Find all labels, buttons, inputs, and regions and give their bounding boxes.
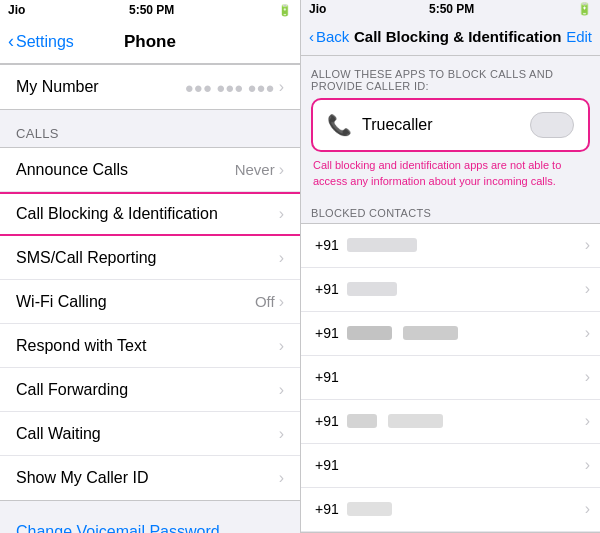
truecaller-left: 📞 Truecaller	[327, 113, 433, 137]
blocked-item[interactable]: +91 ›	[301, 312, 600, 356]
blocked-prefix: +91	[315, 237, 339, 253]
blocked-prefix: +91	[315, 281, 339, 297]
change-voicemail-button[interactable]: Change Voicemail Password	[0, 509, 300, 533]
right-time: 5:50 PM	[429, 2, 474, 16]
blurred-number	[347, 414, 377, 428]
blocked-item[interactable]: +91 ›	[301, 268, 600, 312]
blocked-item-content: +91	[315, 369, 339, 385]
blocked-prefix: +91	[315, 501, 339, 517]
call-blocking-label: Call Blocking & Identification	[16, 205, 218, 223]
blocked-item-content: +91	[315, 281, 397, 297]
announce-calls-value: Never	[235, 161, 275, 178]
left-nav-title: Phone	[124, 32, 176, 52]
blurred-number	[347, 326, 392, 340]
sms-call-reporting-label: SMS/Call Reporting	[16, 249, 157, 267]
left-settings-list: My Number ●●● ●●● ●●● › CALLS Announce C…	[0, 64, 300, 533]
show-caller-id-chevron: ›	[279, 469, 284, 487]
blocked-item-chevron: ›	[585, 324, 590, 342]
left-status-time: 5:50 PM	[129, 3, 174, 17]
wifi-calling-value: Off	[255, 293, 275, 310]
respond-with-text-label: Respond with Text	[16, 337, 146, 355]
announce-calls-chevron: ›	[279, 161, 284, 179]
right-back-button[interactable]: ‹ Back	[309, 28, 349, 45]
blocked-prefix: +91	[315, 325, 339, 341]
blurred-number	[347, 238, 417, 252]
blocked-prefix: +91	[315, 413, 339, 429]
announce-calls-right: Never ›	[235, 161, 284, 179]
my-number-chevron: ›	[279, 78, 284, 96]
right-edit-button[interactable]: Edit	[566, 28, 592, 45]
truecaller-toggle[interactable]	[530, 112, 574, 138]
left-status-battery: 🔋	[278, 4, 292, 17]
left-panel: Jio 5:50 PM 🔋 ‹ Settings Phone My Number…	[0, 0, 301, 533]
truecaller-phone-icon: 📞	[327, 113, 352, 137]
wifi-calling-label: Wi-Fi Calling	[16, 293, 107, 311]
my-number-label: My Number	[16, 78, 99, 96]
calls-list-group: Announce Calls Never › Call Blocking & I…	[0, 147, 300, 501]
allow-apps-label: ALLOW THESE APPS TO BLOCK CALLS AND PROV…	[301, 56, 600, 98]
show-caller-id-item[interactable]: Show My Caller ID ›	[0, 456, 300, 500]
respond-with-text-right: ›	[279, 337, 284, 355]
blocked-item-content: +91	[315, 501, 392, 517]
left-back-button[interactable]: ‹ Settings	[8, 31, 74, 52]
blocked-item-chevron: ›	[585, 236, 590, 254]
right-nav-title: Call Blocking & Identification	[353, 28, 562, 45]
blocked-item[interactable]: +91 ›	[301, 444, 600, 488]
blocked-item[interactable]: +91 ›	[301, 356, 600, 400]
blocked-contacts-label: BLOCKED CONTACTS	[301, 199, 600, 223]
my-number-group: My Number ●●● ●●● ●●● ›	[0, 64, 300, 110]
right-nav-bar: ‹ Back Call Blocking & Identification Ed…	[301, 18, 600, 57]
blocked-contacts-list: +91 › +91 › +91 › +91	[301, 223, 600, 533]
blocked-item-chevron: ›	[585, 368, 590, 386]
call-forwarding-chevron: ›	[279, 381, 284, 399]
blocked-item-content: +91	[315, 413, 443, 429]
battery-icon: 🔋	[278, 4, 292, 17]
blurred-number	[388, 414, 443, 428]
respond-with-text-chevron: ›	[279, 337, 284, 355]
truecaller-card[interactable]: 📞 Truecaller	[311, 98, 590, 152]
right-back-label: Back	[316, 28, 349, 45]
calls-section-header: CALLS	[0, 110, 300, 147]
wifi-calling-chevron: ›	[279, 293, 284, 311]
right-back-chevron-icon: ‹	[309, 28, 314, 45]
blocked-item-content: +91	[315, 237, 417, 253]
my-number-item[interactable]: My Number ●●● ●●● ●●● ›	[0, 65, 300, 109]
my-number-right: ●●● ●●● ●●● ›	[185, 78, 284, 96]
wifi-calling-item[interactable]: Wi-Fi Calling Off ›	[0, 280, 300, 324]
blocked-prefix: +91	[315, 369, 339, 385]
blocked-item-chevron: ›	[585, 500, 590, 518]
announce-calls-label: Announce Calls	[16, 161, 128, 179]
call-forwarding-right: ›	[279, 381, 284, 399]
call-waiting-item[interactable]: Call Waiting ›	[0, 412, 300, 456]
truecaller-name: Truecaller	[362, 116, 433, 134]
left-status-carrier: Jio	[8, 3, 25, 17]
blocked-prefix: +91	[315, 457, 339, 473]
call-waiting-chevron: ›	[279, 425, 284, 443]
call-forwarding-item[interactable]: Call Forwarding ›	[0, 368, 300, 412]
left-status-bar: Jio 5:50 PM 🔋	[0, 0, 300, 20]
blocked-item-content: +91	[315, 457, 339, 473]
call-forwarding-label: Call Forwarding	[16, 381, 128, 399]
right-carrier: Jio	[309, 2, 326, 16]
sms-call-reporting-chevron: ›	[279, 249, 284, 267]
back-label: Settings	[16, 33, 74, 51]
call-blocking-chevron: ›	[279, 205, 284, 223]
blocked-item-chevron: ›	[585, 456, 590, 474]
sms-call-reporting-item[interactable]: SMS/Call Reporting ›	[0, 236, 300, 280]
announce-calls-item[interactable]: Announce Calls Never ›	[0, 148, 300, 192]
carrier-text: Jio	[8, 3, 25, 17]
show-caller-id-label: Show My Caller ID	[16, 469, 148, 487]
respond-with-text-item[interactable]: Respond with Text ›	[0, 324, 300, 368]
blocked-item[interactable]: +91 ›	[301, 224, 600, 268]
call-waiting-label: Call Waiting	[16, 425, 101, 443]
call-blocking-right: ›	[279, 205, 284, 223]
right-battery: 🔋	[577, 2, 592, 16]
blurred-number	[347, 282, 397, 296]
call-blocking-item[interactable]: Call Blocking & Identification ›	[0, 192, 300, 236]
blurred-number	[403, 326, 458, 340]
sms-call-reporting-right: ›	[279, 249, 284, 267]
wifi-calling-right: Off ›	[255, 293, 284, 311]
blocked-item[interactable]: +91 ›	[301, 400, 600, 444]
blocked-item[interactable]: +91 ›	[301, 488, 600, 532]
blocked-item-chevron: ›	[585, 412, 590, 430]
